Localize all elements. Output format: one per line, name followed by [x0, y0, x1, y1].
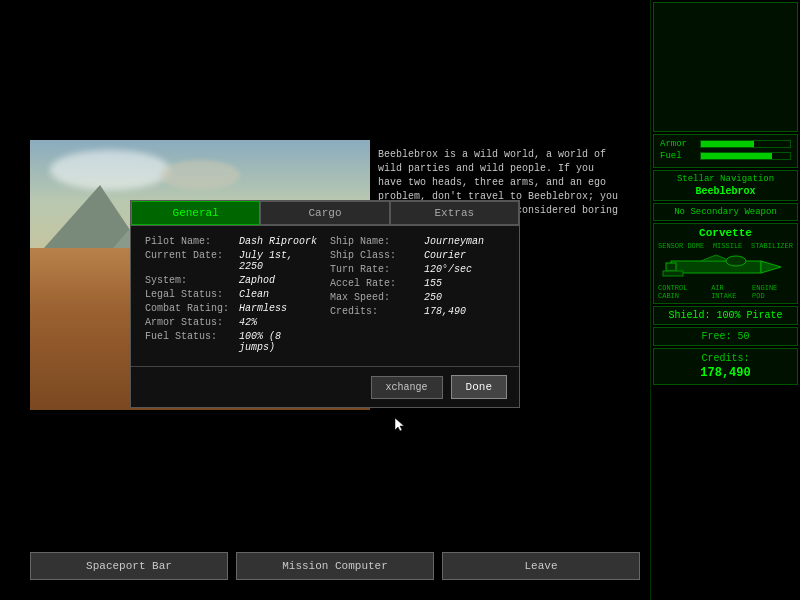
- ship-labels-top: SENSOR DOME MISSILE STABILIZER: [658, 242, 793, 250]
- dialog-content: Pilot Name: Dash Riproork Current Date: …: [131, 226, 519, 366]
- value-system: Zaphod: [239, 275, 275, 286]
- value-armor: 42%: [239, 317, 257, 328]
- ship-label-stabilizer: STABILIZER: [751, 242, 793, 250]
- mission-computer-button[interactable]: Mission Computer: [236, 552, 434, 580]
- ship-title: Corvette: [658, 227, 793, 239]
- svg-rect-3: [663, 271, 683, 276]
- info-row: Legal Status: Clean: [145, 289, 320, 300]
- spaceport-bar-button[interactable]: Spaceport Bar: [30, 552, 228, 580]
- label-turnrate: Turn Rate:: [330, 264, 420, 275]
- value-accel: 155: [424, 278, 442, 289]
- value-date: July 1st, 2250: [239, 250, 320, 272]
- ship-label-sensor: SENSOR DOME: [658, 242, 704, 250]
- label-fuel: Fuel Status:: [145, 331, 235, 342]
- armor-fuel-panel: Armor Fuel: [653, 134, 798, 168]
- info-row: Combat Rating: Harmless: [145, 303, 320, 314]
- label-shipname: Ship Name:: [330, 236, 420, 247]
- label-date: Current Date:: [145, 250, 235, 261]
- info-row: Fuel Status: 100% (8 jumps): [145, 331, 320, 353]
- free-text: Free: 50: [658, 331, 793, 342]
- info-grid: Pilot Name: Dash Riproork Current Date: …: [145, 236, 505, 356]
- dialog-panel: General Cargo Extras Pilot Name: Dash Ri…: [130, 200, 520, 408]
- svg-marker-1: [761, 261, 781, 273]
- label-maxspeed: Max Speed:: [330, 292, 420, 303]
- info-col-left: Pilot Name: Dash Riproork Current Date: …: [145, 236, 320, 356]
- ship-panel: Corvette SENSOR DOME MISSILE STABILIZER: [653, 223, 798, 304]
- armor-bar-fill: [701, 141, 754, 147]
- fuel-label: Fuel: [660, 151, 696, 161]
- value-turnrate: 120°/sec: [424, 264, 472, 275]
- value-pilot: Dash Riproork: [239, 236, 317, 247]
- credits-label: Credits:: [658, 353, 793, 364]
- tab-bar: General Cargo Extras: [131, 201, 519, 226]
- nav-location: Beeblebrox: [658, 186, 793, 197]
- info-row: Armor Status: 42%: [145, 317, 320, 328]
- label-credits-right: Credits:: [330, 306, 420, 317]
- ship-label-intake: AIR INTAKE: [711, 284, 752, 300]
- label-accel: Accel Rate:: [330, 278, 420, 289]
- tab-general[interactable]: General: [131, 201, 260, 225]
- shield-panel: Shield: 100% Pirate: [653, 306, 798, 325]
- info-row: Credits: 178,490: [330, 306, 505, 317]
- sidebar: Armor Fuel Stellar Navigation Beeblebrox…: [650, 0, 800, 600]
- info-row: Accel Rate: 155: [330, 278, 505, 289]
- free-panel: Free: 50: [653, 327, 798, 346]
- info-row: System: Zaphod: [145, 275, 320, 286]
- weapon-label: No Secondary Weapon: [658, 207, 793, 217]
- bottom-bar: Spaceport Bar Mission Computer Leave: [30, 552, 640, 580]
- nav-title: Stellar Navigation: [658, 174, 793, 184]
- svg-point-5: [726, 256, 746, 266]
- weapon-panel: No Secondary Weapon: [653, 203, 798, 221]
- fuel-bar-fill: [701, 153, 772, 159]
- fuel-bar-container: [700, 152, 791, 160]
- sidebar-top-screen: [653, 2, 798, 132]
- svg-rect-0: [671, 261, 761, 273]
- value-maxspeed: 250: [424, 292, 442, 303]
- armor-row: Armor: [660, 139, 791, 149]
- ship-label-missile: MISSILE: [713, 242, 742, 250]
- info-row: Ship Name: Journeyman: [330, 236, 505, 247]
- ship-labels-bottom: CONTROL CABIN AIR INTAKE ENGINE POD: [658, 284, 793, 300]
- label-legal: Legal Status:: [145, 289, 235, 300]
- main-area: Beeblebrox is a wild world, a world of w…: [0, 0, 650, 600]
- ship-label-engine: ENGINE POD: [752, 284, 793, 300]
- shield-text: Shield: 100% Pirate: [658, 310, 793, 321]
- info-row: Current Date: July 1st, 2250: [145, 250, 320, 272]
- label-system: System:: [145, 275, 235, 286]
- value-shipname: Journeyman: [424, 236, 484, 247]
- info-row: Turn Rate: 120°/sec: [330, 264, 505, 275]
- value-shipclass: Courier: [424, 250, 466, 261]
- label-pilot: Pilot Name:: [145, 236, 235, 247]
- tab-cargo[interactable]: Cargo: [260, 201, 389, 225]
- info-row: Ship Class: Courier: [330, 250, 505, 261]
- ship-label-cabin: CONTROL CABIN: [658, 284, 711, 300]
- label-armor: Armor Status:: [145, 317, 235, 328]
- credits-value: 178,490: [658, 366, 793, 380]
- info-col-right: Ship Name: Journeyman Ship Class: Courie…: [330, 236, 505, 356]
- info-row: Pilot Name: Dash Riproork: [145, 236, 320, 247]
- value-credits-right: 178,490: [424, 306, 466, 317]
- credits-panel: Credits: 178,490: [653, 348, 798, 385]
- tab-extras[interactable]: Extras: [390, 201, 519, 225]
- stellar-nav-panel: Stellar Navigation Beeblebrox: [653, 170, 798, 201]
- armor-label: Armor: [660, 139, 696, 149]
- label-shipclass: Ship Class:: [330, 250, 420, 261]
- armor-bar-container: [700, 140, 791, 148]
- label-combat: Combat Rating:: [145, 303, 235, 314]
- dialog-buttons: xchange Done: [131, 366, 519, 407]
- value-combat: Harmless: [239, 303, 287, 314]
- fuel-row: Fuel: [660, 151, 791, 161]
- value-fuel: 100% (8 jumps): [239, 331, 320, 353]
- done-button[interactable]: Done: [451, 375, 507, 399]
- exchange-button[interactable]: xchange: [371, 376, 443, 399]
- info-row: Max Speed: 250: [330, 292, 505, 303]
- svg-rect-2: [666, 263, 676, 271]
- leave-button[interactable]: Leave: [442, 552, 640, 580]
- value-legal: Clean: [239, 289, 269, 300]
- ship-diagram: [658, 252, 793, 282]
